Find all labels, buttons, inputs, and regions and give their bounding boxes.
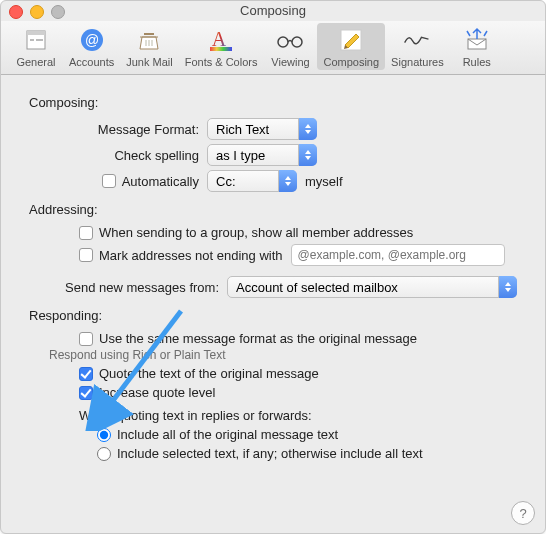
fonts-colors-icon: A: [206, 25, 236, 55]
svg-point-14: [292, 37, 302, 47]
mark-addresses-checkbox[interactable]: [79, 248, 93, 262]
responding-section: Responding: Use the same message format …: [29, 308, 517, 461]
preferences-window: Composing General @ Accounts Junk Mail A…: [0, 0, 546, 534]
composing-icon: [336, 25, 366, 55]
rules-icon: [462, 25, 492, 55]
mark-addresses-field[interactable]: [291, 244, 505, 266]
increase-quote-checkbox[interactable]: [79, 386, 93, 400]
tab-signatures[interactable]: Signatures: [385, 23, 450, 70]
accounts-icon: @: [77, 25, 107, 55]
message-format-label: Message Format:: [29, 122, 199, 137]
myself-label: myself: [305, 174, 343, 189]
signatures-icon: [402, 25, 432, 55]
tab-viewing[interactable]: Viewing: [263, 23, 317, 70]
preferences-body: Composing: Message Format: Rich Text Che…: [1, 75, 545, 475]
tab-label: Signatures: [391, 56, 444, 68]
titlebar: Composing: [1, 1, 545, 21]
increase-quote-label: Increase quote level: [99, 385, 215, 400]
junk-mail-icon: [134, 25, 164, 55]
same-format-label: Use the same message format as the origi…: [99, 331, 417, 346]
minimize-icon[interactable]: [30, 5, 44, 19]
mark-addresses-label: Mark addresses not ending with: [99, 248, 283, 263]
tab-accounts[interactable]: @ Accounts: [63, 23, 120, 70]
group-addresses-checkbox[interactable]: [79, 226, 93, 240]
tab-label: Accounts: [69, 56, 114, 68]
check-spelling-label: Check spelling: [29, 148, 199, 163]
tab-label: Rules: [463, 56, 491, 68]
same-format-checkbox[interactable]: [79, 332, 93, 346]
chevron-updown-icon: [498, 276, 517, 298]
window-controls: [9, 5, 65, 19]
tab-label: Fonts & Colors: [185, 56, 258, 68]
close-icon[interactable]: [9, 5, 23, 19]
section-heading: Addressing:: [29, 202, 517, 217]
include-all-label: Include all of the original message text: [117, 427, 338, 442]
section-heading: Composing:: [29, 95, 517, 110]
send-from-label: Send new messages from:: [29, 280, 219, 295]
chevron-updown-icon: [298, 144, 317, 166]
tab-rules[interactable]: Rules: [450, 23, 504, 70]
tab-general[interactable]: General: [9, 23, 63, 70]
window-title: Composing: [240, 3, 306, 18]
tab-label: General: [16, 56, 55, 68]
automatically-label: Automatically: [122, 174, 199, 189]
composing-section: Composing: Message Format: Rich Text Che…: [29, 95, 517, 192]
svg-rect-3: [36, 39, 43, 41]
addressing-section: Addressing: When sending to a group, sho…: [29, 202, 517, 298]
chevron-updown-icon: [278, 170, 297, 192]
tab-fonts-colors[interactable]: A Fonts & Colors: [179, 23, 264, 70]
group-addresses-label: When sending to a group, show all member…: [99, 225, 413, 240]
send-from-select[interactable]: Account of selected mailbox: [227, 276, 517, 298]
help-button[interactable]: ?: [511, 501, 535, 525]
tab-label: Viewing: [271, 56, 309, 68]
tab-composing[interactable]: Composing: [317, 23, 385, 70]
include-all-radio[interactable]: [97, 428, 111, 442]
preferences-toolbar: General @ Accounts Junk Mail A Fonts & C…: [1, 21, 545, 75]
general-icon: [21, 25, 51, 55]
viewing-icon: [275, 25, 305, 55]
quote-text-label: Quote the text of the original message: [99, 366, 319, 381]
quote-text-checkbox[interactable]: [79, 367, 93, 381]
section-heading: Responding:: [29, 308, 517, 323]
include-selected-radio[interactable]: [97, 447, 111, 461]
tab-label: Junk Mail: [126, 56, 172, 68]
respond-format-note: Respond using Rich or Plain Text: [49, 348, 517, 362]
zoom-icon[interactable]: [51, 5, 65, 19]
svg-rect-1: [27, 31, 45, 35]
include-selected-label: Include selected text, if any; otherwise…: [117, 446, 423, 461]
svg-rect-6: [144, 33, 154, 35]
svg-rect-2: [30, 39, 34, 41]
tab-label: Composing: [323, 56, 379, 68]
tab-junk-mail[interactable]: Junk Mail: [120, 23, 178, 70]
svg-rect-12: [210, 47, 232, 51]
svg-point-13: [278, 37, 288, 47]
when-quoting-heading: When quoting text in replies or forwards…: [79, 408, 312, 423]
svg-text:A: A: [212, 28, 227, 50]
automatically-checkbox[interactable]: [102, 174, 116, 188]
svg-text:@: @: [85, 32, 99, 48]
chevron-updown-icon: [298, 118, 317, 140]
